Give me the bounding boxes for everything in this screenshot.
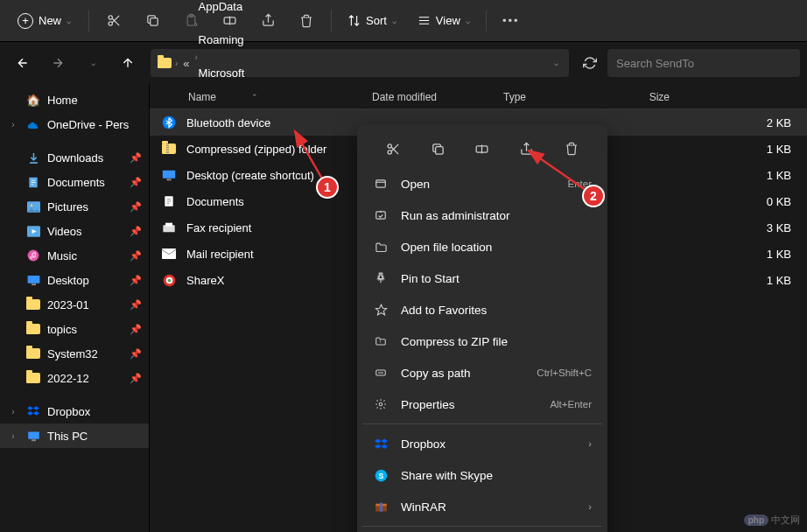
sidebar-item-thispc[interactable]: › This PC [0, 424, 149, 448]
sidebar-item-label: 2022-12 [47, 372, 89, 385]
context-winrar[interactable]: WinRAR› [362, 491, 602, 522]
share-icon[interactable] [250, 5, 285, 37]
context-run-as-administrator[interactable]: Run as administrator [362, 200, 602, 231]
sidebar-item-label: Pictures [47, 200, 88, 214]
forward-button[interactable] [42, 47, 74, 79]
sidebar-item-label: Documents [47, 176, 105, 189]
skype-icon: S [373, 467, 389, 483]
sidebar-item-label: System32 [47, 347, 98, 360]
winrar-icon [373, 499, 389, 514]
more-icon[interactable]: ••• [494, 5, 529, 37]
pin-icon: 📌 [130, 348, 142, 360]
context-dropbox[interactable]: Dropbox› [362, 428, 602, 459]
column-name[interactable]: Name⌃ [188, 91, 372, 103]
search-input[interactable]: Search SendTo [607, 49, 800, 77]
view-button[interactable]: View ⌵ [409, 9, 479, 32]
cut-icon[interactable] [379, 135, 407, 163]
svg-rect-16 [163, 170, 175, 178]
file-name: Bluetooth device [186, 116, 370, 130]
context-open[interactable]: OpenEnter [362, 168, 602, 200]
sort-button[interactable]: Sort ⌵ [339, 9, 405, 32]
chevron-right-icon: › [195, 19, 198, 29]
up-button[interactable] [112, 47, 144, 79]
sidebar-item-onedrive[interactable]: › OneDrive - Pers [0, 112, 149, 136]
svg-rect-17 [166, 178, 171, 180]
sidebar-item-videos[interactable]: Videos📌 [0, 219, 149, 243]
context-compress-to-zip-file[interactable]: Compress to ZIP file [362, 326, 602, 357]
column-date[interactable]: Date modified [372, 91, 503, 103]
context-item-label: Copy as path [401, 367, 524, 380]
sharex-icon [160, 271, 178, 289]
rename-icon[interactable] [468, 135, 496, 163]
back-button[interactable] [7, 47, 39, 79]
pin-icon: 📌 [130, 324, 142, 335]
folderopen-icon [373, 239, 389, 255]
context-properties[interactable]: PropertiesAlt+Enter [362, 388, 602, 420]
annotation-badge: 2 [582, 185, 605, 207]
sidebar-item-topics[interactable]: topics📌 [0, 317, 149, 341]
file-size: 1 KB [767, 248, 791, 261]
search-placeholder: Search SendTo [616, 57, 694, 70]
context-item-label: Compress to ZIP file [401, 335, 592, 348]
sidebar-item-2022-12[interactable]: 2022-12📌 [0, 366, 149, 390]
cut-icon[interactable] [96, 5, 131, 37]
context-item-label: WinRAR [401, 500, 576, 514]
zip-icon [373, 333, 389, 349]
sidebar-item-documents[interactable]: Documents📌 [0, 170, 149, 194]
pin-icon: 📌 [130, 250, 142, 262]
sidebar-item-label: Desktop [47, 274, 89, 287]
sidebar-item-downloads[interactable]: Downloads📌 [0, 145, 149, 170]
delete-icon[interactable] [289, 5, 324, 37]
chevron-down-icon: ⌵ [466, 17, 470, 25]
file-name: ShareX [186, 274, 370, 287]
column-size[interactable]: Size [600, 91, 670, 103]
context-add-to-favorites[interactable]: Add to Favorites [362, 294, 602, 326]
mail-icon [160, 245, 178, 262]
share-icon[interactable] [513, 135, 541, 163]
file-name: Desktop (create shortcut) [186, 169, 370, 182]
file-size: 2 KB [767, 116, 791, 130]
svg-rect-30 [376, 212, 386, 219]
chevron-down-icon: ⌵ [67, 17, 71, 25]
desktop-icon [26, 273, 40, 287]
refresh-button[interactable] [576, 49, 604, 77]
sidebar-item-label: Videos [47, 225, 82, 238]
file-name: Fax recipient [186, 221, 370, 234]
doc-icon [26, 175, 40, 189]
open-icon [373, 176, 389, 192]
sidebar-item-system32[interactable]: System32📌 [0, 341, 149, 366]
breadcrumb-item[interactable]: AppData [195, 0, 249, 17]
breadcrumb-item[interactable]: Microsoft [195, 63, 249, 83]
context-item-label: Properties [401, 398, 537, 411]
context-share-with-skype[interactable]: SShare with Skype [362, 459, 602, 491]
new-button[interactable]: + New ⌵ [7, 8, 81, 34]
column-type[interactable]: Type [503, 91, 600, 103]
file-name: Documents [186, 195, 370, 208]
props-icon [373, 396, 389, 412]
context-item-label: Add to Favorites [401, 304, 592, 317]
context-pin-to-start[interactable]: Pin to Start [362, 262, 602, 294]
recent-button[interactable]: ⌵ [77, 47, 109, 79]
file-name: Compressed (zipped) folder [186, 143, 370, 156]
video-icon [26, 224, 40, 238]
sidebar-item-label: 2023-01 [47, 298, 89, 312]
sidebar-item-dropbox[interactable]: › Dropbox [0, 399, 149, 424]
view-label: View [436, 14, 460, 27]
sidebar-item-2023-01[interactable]: 2023-01📌 [0, 292, 149, 317]
address-bar[interactable]: › « HP›AppData›Roaming›Microsoft›Windows… [151, 49, 569, 77]
sidebar-item-music[interactable]: Music📌 [0, 243, 149, 268]
sidebar: 🏠 Home › OneDrive - Pers Downloads📌Docum… [0, 84, 149, 532]
chevron-down-icon[interactable]: ⌵ [551, 55, 562, 71]
overflow-icon[interactable]: « [181, 57, 191, 70]
context-copy-as-path[interactable]: Copy as pathCtrl+Shift+C [362, 357, 602, 388]
copy-icon[interactable] [135, 5, 170, 37]
context-open-file-location[interactable]: Open file location [362, 231, 602, 262]
delete-icon[interactable] [558, 135, 586, 163]
sidebar-item-pictures[interactable]: Pictures📌 [0, 194, 149, 219]
sidebar-item-desktop[interactable]: Desktop📌 [0, 268, 149, 292]
file-size: 0 KB [767, 195, 791, 208]
sidebar-item-home[interactable]: 🏠 Home [0, 88, 149, 112]
svg-rect-13 [28, 431, 39, 438]
breadcrumb-item[interactable]: Roaming [195, 30, 249, 50]
copy-icon[interactable] [424, 135, 452, 163]
